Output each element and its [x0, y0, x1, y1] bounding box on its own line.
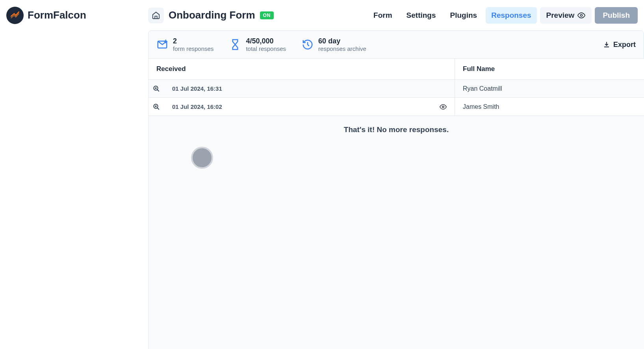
- logo-area: FormFalcon: [6, 7, 148, 24]
- cursor-indicator: [191, 147, 213, 169]
- nav-form[interactable]: Form: [368, 7, 398, 24]
- column-full-name: Full Name: [455, 59, 644, 79]
- stat-form-responses: 2 form responses: [156, 37, 213, 52]
- preview-button[interactable]: Preview: [540, 7, 592, 24]
- home-button[interactable]: [148, 7, 164, 23]
- stat-label: total responses: [246, 45, 286, 52]
- export-button[interactable]: Export: [603, 41, 636, 49]
- view-response-button[interactable]: [148, 103, 164, 110]
- row-full-name: James Smith: [455, 103, 644, 110]
- nav-responses[interactable]: Responses: [486, 7, 536, 24]
- stat-total-responses: 4/50,000 total responses: [229, 37, 286, 52]
- stats-bar: 2 form responses 4/50,000 total response…: [148, 30, 644, 59]
- download-icon: [603, 41, 610, 48]
- row-full-name: Ryan Coatmill: [455, 85, 644, 92]
- stat-value: 4/50,000: [246, 37, 286, 45]
- table-header: Received Full Name: [148, 59, 644, 80]
- svg-point-0: [581, 14, 583, 16]
- table-row[interactable]: 01 Jul 2024, 16:31 Ryan Coatmill: [148, 80, 644, 98]
- preview-label: Preview: [546, 11, 575, 20]
- stat-value: 2: [173, 37, 213, 45]
- mail-download-icon: [156, 39, 168, 50]
- export-label: Export: [613, 41, 636, 49]
- column-received: Received: [148, 59, 455, 79]
- logo-icon[interactable]: [6, 7, 24, 24]
- page-title: Onboarding Form: [169, 9, 255, 21]
- row-received: 01 Jul 2024, 16:31: [164, 80, 455, 97]
- content-area: [148, 144, 644, 349]
- stat-label: responses archive: [318, 45, 366, 52]
- zoom-icon: [153, 103, 160, 110]
- stat-archive: 60 day responses archive: [302, 37, 366, 52]
- row-received: 01 Jul 2024, 16:02: [164, 98, 455, 116]
- status-badge: ON: [260, 11, 274, 19]
- svg-point-4: [442, 106, 444, 108]
- hourglass-icon: [229, 39, 241, 50]
- eye-icon: [577, 11, 585, 19]
- zoom-icon: [153, 85, 160, 92]
- stat-value: 60 day: [318, 37, 366, 45]
- stat-label: form responses: [173, 45, 213, 52]
- nav-settings[interactable]: Settings: [401, 7, 442, 24]
- view-response-button[interactable]: [148, 85, 164, 92]
- brand-name: FormFalcon: [28, 9, 86, 21]
- nav-plugins[interactable]: Plugins: [445, 7, 483, 24]
- empty-state-message: That's it! No more responses.: [148, 116, 644, 144]
- publish-button[interactable]: Publish: [595, 7, 638, 24]
- table-row[interactable]: 01 Jul 2024, 16:02 James Smith: [148, 98, 644, 116]
- history-icon: [302, 39, 314, 50]
- eye-icon: [440, 103, 447, 110]
